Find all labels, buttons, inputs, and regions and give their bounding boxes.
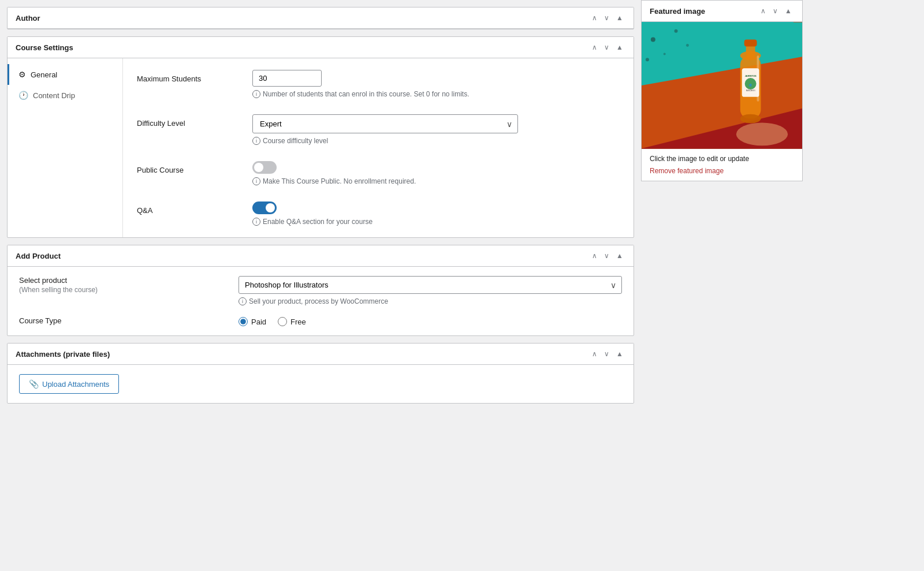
svg-point-20 <box>686 44 689 47</box>
author-panel-controls: ∧ ∨ ▲ <box>590 13 625 23</box>
add-product-collapse-down-btn[interactable]: ∨ <box>602 251 612 260</box>
attachments-close-btn[interactable]: ▲ <box>614 349 625 359</box>
featured-image-panel: Featured image ∧ ∨ ▲ <box>641 0 803 181</box>
max-students-hint: i Number of students that can enrol in t… <box>252 90 620 98</box>
course-type-row: Course Type Paid Free <box>19 315 622 326</box>
difficulty-hint-icon: i <box>252 137 260 145</box>
clock-icon: 🕐 <box>18 91 28 100</box>
author-collapse-up-btn[interactable]: ∧ <box>590 13 599 23</box>
author-panel-title: Author <box>16 14 40 23</box>
course-type-free-option[interactable]: Free <box>278 317 306 326</box>
svg-text:MANDARIN: MANDARIN <box>746 89 755 92</box>
course-settings-collapse-down-btn[interactable]: ∨ <box>602 43 612 52</box>
difficulty-hint: i Course difficulty level <box>252 137 620 145</box>
public-course-label: Public Course <box>137 161 252 174</box>
svg-point-17 <box>651 38 655 42</box>
upload-attachments-button[interactable]: 📎 Upload Attachments <box>19 374 119 394</box>
attachments-collapse-up-btn[interactable]: ∧ <box>590 349 599 359</box>
featured-image-title: Featured image <box>650 7 705 16</box>
sidebar-item-content-drip-label: Content Drip <box>33 91 75 100</box>
product-hint-text: Sell your product, process by WooCommerc… <box>249 297 388 305</box>
remove-featured-image-link[interactable]: Remove featured image <box>650 167 724 175</box>
qna-hint-icon: i <box>252 218 260 226</box>
featured-image-body: Click the image to edit or update Remove… <box>642 149 802 181</box>
public-course-hint-icon: i <box>252 177 260 185</box>
featured-image-thumbnail[interactable]: JARRITOS 🌀 MANDARIN <box>642 22 802 149</box>
product-select-wrapper: Photoshop for Illustrators Other Product… <box>239 276 622 294</box>
featured-image-collapse-up-btn[interactable]: ∧ <box>758 6 768 16</box>
featured-image-collapse-down-btn[interactable]: ∨ <box>770 6 780 16</box>
course-type-label: Course Type <box>19 316 227 325</box>
qna-hint-text: Enable Q&A section for your course <box>263 218 372 226</box>
attachments-collapse-down-btn[interactable]: ∨ <box>602 349 612 359</box>
qna-toggle[interactable] <box>252 201 277 214</box>
author-close-btn[interactable]: ▲ <box>614 13 625 23</box>
featured-image-header: Featured image ∧ ∨ ▲ <box>642 1 802 22</box>
qna-control: i Enable Q&A section for your course <box>252 201 620 226</box>
course-type-radio-group: Paid Free <box>239 317 622 326</box>
qna-row: Q&A i Enable Q&A section for your course <box>137 201 620 226</box>
svg-point-7 <box>740 114 761 124</box>
course-type-free-radio[interactable] <box>278 317 287 326</box>
course-settings-collapse-up-btn[interactable]: ∧ <box>590 43 599 52</box>
select-product-label-col: Select product (When selling the course) <box>19 276 227 294</box>
course-type-control-col: Paid Free <box>239 315 622 326</box>
author-panel-header: Author ∧ ∨ ▲ <box>8 8 634 29</box>
svg-rect-9 <box>744 40 757 47</box>
course-settings-title: Course Settings <box>16 43 73 52</box>
max-students-label: Maximum Students <box>137 70 252 83</box>
upload-attachments-label: Upload Attachments <box>42 380 109 389</box>
max-students-hint-text: Number of students that can enrol in thi… <box>263 90 470 98</box>
public-course-hint-text: Make This Course Public. No enrollment r… <box>263 177 416 185</box>
sidebar-item-content-drip[interactable]: 🕐 Content Drip <box>8 85 122 106</box>
add-product-panel: Add Product ∧ ∨ ▲ Select product (When s… <box>7 245 634 336</box>
gear-icon: ⚙ <box>18 70 26 79</box>
add-product-close-btn[interactable]: ▲ <box>614 251 625 260</box>
course-settings-close-btn[interactable]: ▲ <box>614 43 625 52</box>
svg-point-19 <box>646 58 649 61</box>
sidebar-item-general[interactable]: ⚙ General <box>8 64 122 85</box>
course-settings-body: ⚙ General 🕐 Content Drip Maximum Student… <box>8 58 634 237</box>
course-settings-main: Maximum Students i Number of students th… <box>123 58 634 237</box>
author-panel: Author ∧ ∨ ▲ <box>7 7 634 29</box>
add-product-title: Add Product <box>16 252 61 260</box>
attachments-title: Attachments (private files) <box>16 350 110 359</box>
product-hint: i Sell your product, process by WooComme… <box>239 297 622 305</box>
featured-image-svg: JARRITOS 🌀 MANDARIN <box>642 22 802 149</box>
course-type-paid-option[interactable]: Paid <box>239 317 266 326</box>
attachments-panel: Attachments (private files) ∧ ∨ ▲ 📎 Uplo… <box>7 343 634 404</box>
featured-image-close-btn[interactable]: ▲ <box>783 6 794 16</box>
svg-point-16 <box>736 123 788 146</box>
max-students-input[interactable] <box>252 70 322 87</box>
product-select[interactable]: Photoshop for Illustrators Other Product <box>239 276 622 294</box>
add-product-header: Add Product ∧ ∨ ▲ <box>8 245 634 267</box>
difficulty-select-wrapper: Beginner Intermediate Expert ∨ <box>252 114 518 133</box>
difficulty-hint-text: Course difficulty level <box>263 137 328 145</box>
add-product-collapse-up-btn[interactable]: ∧ <box>590 251 599 260</box>
course-settings-sidebar: ⚙ General 🕐 Content Drip <box>8 58 123 237</box>
max-students-hint-icon: i <box>252 90 260 98</box>
select-product-sublabel: (When selling the course) <box>19 286 227 294</box>
course-type-paid-radio[interactable] <box>239 317 248 326</box>
select-product-control-col: Photoshop for Illustrators Other Product… <box>239 276 622 305</box>
course-type-paid-label: Paid <box>251 318 266 326</box>
select-product-row: Select product (When selling the course)… <box>19 276 622 305</box>
difficulty-level-control: Beginner Intermediate Expert ∨ i Course … <box>252 114 620 145</box>
public-course-slider <box>252 161 277 174</box>
author-collapse-down-btn[interactable]: ∨ <box>602 13 612 23</box>
max-students-row: Maximum Students i Number of students th… <box>137 70 620 98</box>
featured-image-controls: ∧ ∨ ▲ <box>758 6 794 16</box>
featured-image-caption: Click the image to edit or update <box>650 155 794 163</box>
select-product-label: Select product <box>19 276 227 285</box>
svg-text:JARRITOS: JARRITOS <box>745 74 757 77</box>
product-hint-icon: i <box>239 297 247 305</box>
attachments-header: Attachments (private files) ∧ ∨ ▲ <box>8 344 634 365</box>
public-course-toggle[interactable] <box>252 161 277 174</box>
difficulty-select[interactable]: Beginner Intermediate Expert <box>252 114 518 133</box>
svg-point-21 <box>664 53 666 55</box>
sidebar-item-general-label: General <box>31 70 57 79</box>
course-settings-controls: ∧ ∨ ▲ <box>590 43 625 52</box>
upload-icon: 📎 <box>29 379 39 389</box>
course-settings-header: Course Settings ∧ ∨ ▲ <box>8 37 634 58</box>
add-product-controls: ∧ ∨ ▲ <box>590 251 625 260</box>
